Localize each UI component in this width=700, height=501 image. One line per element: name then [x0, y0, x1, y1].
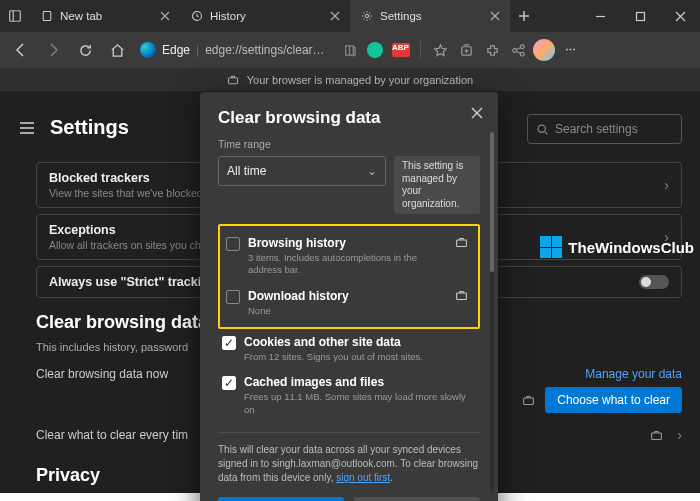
- back-button[interactable]: [6, 35, 36, 65]
- address-bar[interactable]: Edge | edge://settings/clear…: [134, 36, 334, 64]
- svg-point-30: [538, 125, 545, 132]
- svg-rect-2: [43, 12, 51, 21]
- app-label: Edge: [162, 43, 190, 57]
- close-window-button[interactable]: [660, 0, 700, 32]
- tab-history[interactable]: History: [180, 0, 350, 32]
- forward-button[interactable]: [38, 35, 68, 65]
- time-range-select[interactable]: All time ⌄: [218, 156, 386, 186]
- tab-label: History: [210, 10, 246, 22]
- edge-icon: [140, 42, 156, 58]
- managed-tooltip: This setting is managed by your organiza…: [394, 156, 480, 214]
- card-title: Always use "Strict" tracking: [49, 275, 216, 289]
- sign-out-link[interactable]: sign out first: [336, 472, 390, 483]
- tab-actions-icon[interactable]: [0, 9, 30, 23]
- adblock-icon[interactable]: ABP: [390, 39, 412, 61]
- briefcase-icon: [455, 289, 468, 302]
- svg-rect-32: [524, 398, 534, 405]
- dialog-actions: Clear now Cancel: [218, 497, 480, 501]
- chevron-right-icon: ›: [677, 427, 682, 443]
- address-url: edge://settings/clear…: [205, 43, 324, 57]
- svg-line-24: [516, 47, 520, 49]
- svg-rect-33: [652, 433, 662, 440]
- profile-avatar[interactable]: [533, 39, 555, 61]
- close-icon[interactable]: [328, 9, 342, 23]
- close-icon[interactable]: [158, 9, 172, 23]
- tab-settings[interactable]: Settings: [350, 0, 510, 32]
- svg-point-22: [520, 44, 524, 48]
- checkbox-cookies[interactable]: ✓ Cookies and other site data From 12 si…: [218, 329, 480, 369]
- item-title: Download history: [248, 289, 447, 303]
- extensions-icon[interactable]: [481, 39, 503, 61]
- maximize-button[interactable]: [620, 0, 660, 32]
- divider: [420, 41, 421, 59]
- gear-icon: [360, 9, 374, 23]
- reading-view-icon[interactable]: [338, 39, 360, 61]
- card-desc: Allow all trackers on sites you ch: [49, 239, 201, 251]
- dialog-close-button[interactable]: [466, 102, 488, 124]
- manage-data-link[interactable]: Manage your data: [585, 367, 682, 381]
- new-tab-button[interactable]: [510, 2, 538, 30]
- highlighted-group: Browsing history 3 items. Includes autoc…: [218, 224, 480, 329]
- clear-now-button[interactable]: Clear now: [218, 497, 344, 501]
- search-icon: [536, 123, 549, 136]
- svg-rect-36: [457, 240, 467, 247]
- window-titlebar: New tab History Settings: [0, 0, 700, 32]
- briefcase-icon: [227, 74, 239, 86]
- svg-point-8: [365, 14, 368, 17]
- checkbox-icon[interactable]: [226, 290, 240, 304]
- item-title: Cookies and other site data: [244, 335, 472, 349]
- checkbox-download-history[interactable]: Download history None: [222, 283, 476, 323]
- settings-header: Settings: [18, 116, 129, 139]
- tab-label: New tab: [60, 10, 102, 22]
- tab-newtab[interactable]: New tab: [30, 0, 180, 32]
- svg-rect-14: [636, 12, 644, 20]
- checkbox-cached[interactable]: ✓ Cached images and files Frees up 11.1 …: [218, 369, 480, 422]
- cancel-button[interactable]: Cancel: [354, 497, 480, 501]
- scrollbar-thumb[interactable]: [490, 132, 494, 272]
- svg-rect-26: [228, 77, 237, 83]
- item-title: Cached images and files: [244, 375, 472, 389]
- windows-flag-icon: [540, 236, 562, 258]
- tooltip-text: This setting is managed by your organiza…: [402, 160, 472, 210]
- more-menu-icon[interactable]: ⋯: [559, 39, 581, 61]
- checkbox-browsing-history[interactable]: Browsing history 3 items. Includes autoc…: [222, 230, 476, 283]
- page-title: Settings: [50, 116, 129, 139]
- dialog-title: Clear browsing data: [218, 108, 480, 128]
- close-icon[interactable]: [488, 9, 502, 23]
- favorites-icon[interactable]: [429, 39, 451, 61]
- managed-banner: Your browser is managed by your organiza…: [0, 68, 700, 92]
- watermark-logo: TheWindowsClub: [540, 236, 694, 258]
- checkbox-icon[interactable]: ✓: [222, 376, 236, 390]
- watermark-text: TheWindowsClub: [568, 239, 694, 256]
- choose-clear-button[interactable]: Choose what to clear: [545, 387, 682, 413]
- chevron-right-icon: ›: [664, 177, 669, 193]
- briefcase-icon: [650, 429, 663, 442]
- collections-icon[interactable]: [455, 39, 477, 61]
- toggle-switch[interactable]: [639, 275, 669, 289]
- item-desc: Frees up 11.1 MB. Some sites may load mo…: [244, 391, 472, 416]
- refresh-button[interactable]: [70, 35, 100, 65]
- checkbox-icon[interactable]: [226, 237, 240, 251]
- chevron-down-icon: ⌄: [367, 164, 377, 178]
- card-title: Exceptions: [49, 223, 201, 237]
- history-icon: [190, 9, 204, 23]
- item-title: Browsing history: [248, 236, 447, 250]
- checkbox-icon[interactable]: ✓: [222, 336, 236, 350]
- window-controls: [580, 0, 700, 32]
- banner-text: Your browser is managed by your organiza…: [247, 74, 473, 86]
- search-settings-input[interactable]: Search settings: [527, 114, 682, 144]
- item-desc: 3 items. Includes autocompletions in the…: [248, 252, 447, 277]
- menu-icon[interactable]: [18, 119, 36, 137]
- svg-point-23: [520, 52, 524, 56]
- share-icon[interactable]: [507, 39, 529, 61]
- svg-line-31: [545, 131, 547, 133]
- svg-rect-0: [10, 11, 21, 22]
- sync-disclaimer: This will clear your data across all you…: [218, 432, 480, 485]
- toolbar: Edge | edge://settings/clear… ABP ⋯: [0, 32, 700, 68]
- home-button[interactable]: [102, 35, 132, 65]
- minimize-button[interactable]: [580, 0, 620, 32]
- card-desc: View the sites that we've blocked: [49, 187, 203, 199]
- item-desc: From 12 sites. Signs you out of most sit…: [244, 351, 472, 363]
- toolbar-extensions: ABP ⋯: [338, 39, 581, 61]
- grammarly-icon[interactable]: [364, 39, 386, 61]
